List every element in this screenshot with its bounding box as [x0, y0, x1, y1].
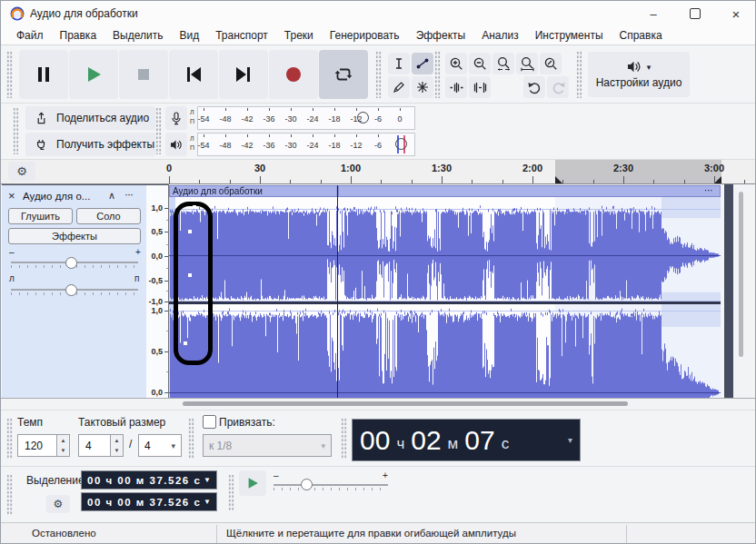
stop-button[interactable]: [119, 50, 168, 99]
vertical-scrollbar[interactable]: [739, 192, 743, 357]
track-close-icon[interactable]: ×: [8, 189, 19, 203]
record-meter-slider-thumb[interactable]: [357, 112, 369, 124]
tempo-input[interactable]: 120: [17, 434, 57, 457]
zoom-selection-button[interactable]: [492, 53, 514, 74]
tools-toolbar-grip[interactable]: [375, 51, 382, 98]
timeline-selection[interactable]: [555, 160, 721, 183]
zoom-fit-button[interactable]: [516, 53, 538, 74]
selection-end-field[interactable]: 00 ч 00 м 37.526 с ▼: [81, 492, 217, 511]
skip-to-end-button[interactable]: [219, 50, 268, 99]
pause-button[interactable]: [19, 50, 68, 99]
menu-item[interactable]: Выделить: [104, 27, 171, 44]
audio-setup-toolbar-grip[interactable]: [576, 51, 582, 98]
time-signature-toolbar-grip[interactable]: [6, 418, 13, 460]
play-meter[interactable]: -54-48-42-36-30-24-18-12-6: [197, 133, 415, 156]
transport-toolbar-grip[interactable]: [6, 51, 13, 98]
envelope-control-point[interactable]: [188, 273, 192, 277]
tempo-spinner[interactable]: ▲▼: [57, 434, 70, 457]
redo-button[interactable]: [547, 76, 569, 98]
selection-end-dropdown-icon[interactable]: ▼: [204, 498, 211, 506]
zoom-in-button[interactable]: [445, 53, 467, 74]
snap-checkbox[interactable]: [203, 415, 216, 429]
menu-item[interactable]: Вид: [171, 27, 207, 44]
speed-slider-thumb[interactable]: [301, 479, 313, 490]
zoom-out-button[interactable]: [469, 53, 491, 74]
menu-item[interactable]: Генерировать: [322, 27, 408, 44]
selection-start-field[interactable]: 00 ч 00 м 37.526 с ▼: [81, 470, 217, 490]
record-meter[interactable]: -54-48-42-36-30-24-18-12-60: [197, 106, 415, 130]
time-display-dropdown-icon[interactable]: ▾: [568, 435, 572, 445]
time-display[interactable]: 00 ч 02 м 07 с ▾: [352, 419, 581, 461]
timesig-lower-select[interactable]: 4 ▾: [138, 434, 182, 457]
edit-toolbar-grip[interactable]: [434, 51, 441, 98]
menu-item[interactable]: Анализ: [473, 27, 527, 44]
minimize-button[interactable]: –: [632, 1, 674, 26]
audio-setup-button[interactable]: ▾ Настройки аудио: [588, 52, 690, 97]
waveform-canvas[interactable]: [169, 184, 725, 398]
horizontal-scrollbar[interactable]: [183, 401, 628, 406]
play-at-speed-button[interactable]: [239, 470, 266, 496]
envelope-control-point[interactable]: [184, 304, 187, 308]
menu-item[interactable]: Треки: [276, 27, 322, 44]
timesig-spinner-up-icon[interactable]: ▲: [111, 435, 123, 446]
envelope-control-point[interactable]: [184, 341, 187, 345]
share-audio-button[interactable]: Поделиться аудио: [25, 106, 155, 130]
timeline-tick: [321, 180, 322, 183]
snap-toolbar-grip[interactable]: [188, 418, 194, 460]
loop-button[interactable]: [319, 50, 368, 99]
record-meter-mic-button[interactable]: [165, 106, 187, 130]
selection-toolbar-grip[interactable]: [6, 474, 13, 516]
track-menu-icon[interactable]: ···: [124, 188, 133, 201]
envelope-control-point[interactable]: [193, 205, 196, 209]
menu-item[interactable]: Транспорт: [207, 27, 276, 44]
menu-item[interactable]: Файл: [8, 27, 52, 44]
selection-start-dropdown-icon[interactable]: ▼: [204, 476, 211, 484]
timeline-tick: [653, 180, 654, 183]
envelope-tool-button[interactable]: [412, 53, 433, 74]
timesig-spinner[interactable]: ▲▼: [111, 434, 124, 457]
envelope-control-point[interactable]: [188, 230, 192, 233]
get-effects-button[interactable]: Получить эффекты: [25, 133, 155, 156]
timeline-options-button[interactable]: ⚙: [8, 162, 35, 181]
tempo-spinner-up-icon[interactable]: ▲: [57, 435, 69, 446]
menu-item[interactable]: Справка: [612, 27, 671, 44]
play-meter-speaker-button[interactable]: [165, 133, 187, 156]
tempo-spinner-down-icon[interactable]: ▼: [57, 446, 69, 457]
silence-audio-button[interactable]: [469, 76, 491, 98]
timeline-ruler[interactable]: ⚙ 0301:001:302:002:303:00: [1, 160, 755, 184]
draw-tool-button[interactable]: [388, 76, 410, 98]
pan-slider-thumb[interactable]: [65, 284, 77, 296]
play-button[interactable]: [69, 50, 118, 99]
zoom-toggle-button[interactable]: [540, 53, 562, 74]
vertical-scale-ruler[interactable]: 1,00,50,0-0,5-1,01,00,50,0: [146, 184, 169, 398]
close-button[interactable]: ×: [715, 1, 756, 26]
snap-select[interactable]: к 1/8 ▾: [203, 434, 332, 457]
record-button[interactable]: [269, 50, 318, 99]
timesig-spinner-down-icon[interactable]: ▼: [111, 446, 123, 457]
speed-slider-track[interactable]: [274, 484, 388, 486]
meter-toolbar-grip[interactable]: [155, 107, 162, 154]
time-toolbar-grip[interactable]: [341, 418, 347, 460]
menu-item[interactable]: Инструменты: [527, 27, 612, 44]
share-toolbar-grip[interactable]: [13, 107, 19, 154]
track-title[interactable]: Аудио для о...: [23, 191, 106, 202]
undo-button[interactable]: [523, 76, 545, 98]
selection-tool-button[interactable]: [388, 53, 410, 74]
menu-item[interactable]: Эффекты: [408, 27, 474, 44]
mute-button[interactable]: Глушить: [8, 208, 73, 224]
skip-to-start-button[interactable]: [169, 50, 218, 99]
selection-start-marker: [555, 176, 562, 183]
timesig-upper-input[interactable]: 4: [78, 434, 111, 457]
effects-button[interactable]: Эффекты: [8, 228, 141, 244]
selection-options-button[interactable]: ⚙: [46, 495, 70, 513]
play-at-speed-grip[interactable]: [228, 474, 234, 510]
trim-audio-button[interactable]: [445, 76, 467, 98]
play-meter-slider-thumb[interactable]: [395, 138, 407, 150]
maximize-button[interactable]: [674, 1, 716, 26]
track-collapse-icon[interactable]: ∧: [108, 190, 115, 202]
gain-slider-thumb[interactable]: [65, 257, 77, 269]
multi-tool-button[interactable]: [412, 76, 433, 98]
solo-button[interactable]: Соло: [76, 208, 141, 224]
speed-plus-label: +: [383, 470, 388, 480]
menu-item[interactable]: Правка: [52, 27, 105, 44]
